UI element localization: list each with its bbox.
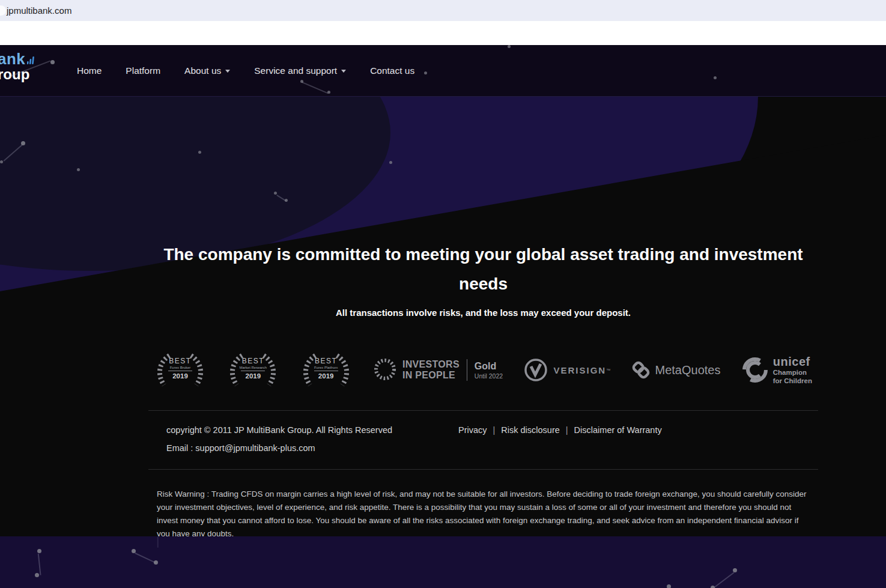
footer-links: Privacy | Risk disclosure | Disclaimer o…	[458, 425, 662, 453]
constellation-dot	[714, 76, 717, 79]
footer: copyright © 2011 JP MultiBank Group. All…	[148, 411, 818, 453]
main-nav: ank roup Home Platform About us Service …	[0, 45, 886, 96]
award-badge-market-research: BEST Market Research 2019	[227, 353, 279, 387]
nav-menu: Home Platform About us Service and suppo…	[77, 45, 414, 96]
disclaimer-link[interactable]: Disclaimer of Warranty	[574, 425, 662, 435]
logo-text-line2: roup	[0, 67, 35, 82]
nav-item-service-and-support[interactable]: Service and support	[254, 65, 346, 76]
support-email: Email : support@jpmultibank-plus.com	[166, 443, 458, 453]
constellation-line	[157, 537, 159, 548]
page-title: The company is committed to meeting your…	[148, 97, 818, 299]
constellation-line	[135, 553, 156, 563]
risk-warning-text: Risk Warning : Trading CFDS on margin ca…	[148, 470, 818, 536]
constellation-dot	[35, 573, 39, 577]
nav-item-platform[interactable]: Platform	[126, 65, 160, 76]
constellation-dot	[508, 45, 511, 48]
investors-in-people-badge: INVESTORS IN PEOPLE Gold Until 2022	[373, 357, 503, 383]
chevron-down-icon	[225, 70, 230, 73]
constellation-dot	[154, 560, 158, 565]
privacy-link[interactable]: Privacy	[458, 425, 487, 435]
nav-item-home[interactable]: Home	[77, 65, 102, 76]
constellation-dot	[667, 584, 671, 588]
signal-bars-icon	[27, 51, 35, 67]
constellation-dot	[50, 60, 55, 64]
browser-address-bar[interactable]: jpmultibank.com	[0, 0, 886, 21]
copyright-text: copyright © 2011 JP MultiBank Group. All…	[166, 425, 458, 435]
chevron-down-icon	[341, 70, 346, 73]
risk-disclosure-link[interactable]: Risk disclosure	[501, 425, 560, 435]
nav-item-contact-us[interactable]: Contact us	[370, 65, 414, 76]
badge-row: BEST Forex Broker 2019 BEST Market Resea…	[148, 351, 818, 389]
constellation-dot	[711, 586, 715, 588]
chain-links-icon	[631, 360, 651, 380]
constellation-dot	[327, 91, 330, 94]
hero-section: The company is committed to meeting your…	[0, 96, 886, 536]
award-badge-forex-broker: BEST Forex Broker 2019	[154, 353, 206, 387]
constellation-line	[714, 572, 735, 587]
risk-subtitle: All transactions involve risks, and the …	[148, 308, 818, 318]
verisign-check-icon	[524, 358, 548, 382]
constellation-dot	[424, 71, 427, 74]
top-white-band	[0, 21, 886, 45]
bottom-decorative-band	[0, 536, 886, 588]
unicef-globe-icon	[742, 357, 768, 383]
logo-text-line1: ank	[0, 50, 25, 68]
url-text: jpmultibank.com	[7, 5, 71, 16]
vertical-divider	[467, 359, 467, 381]
constellation-dot	[77, 168, 80, 171]
award-badge-forex-platform: BEST Forex Platfrom 2019	[300, 353, 352, 387]
nav-item-about-us[interactable]: About us	[184, 65, 230, 76]
constellation-line	[38, 554, 41, 575]
site-logo[interactable]: ank roup	[0, 51, 35, 82]
constellation-dot	[0, 160, 3, 163]
metaquotes-badge: MetaQuotes	[631, 360, 720, 380]
verisign-badge: VERISIGN™	[524, 358, 610, 382]
constellation-dot	[37, 549, 41, 553]
favicon-icon	[0, 5, 6, 16]
unicef-badge: unicef Champion for Children	[742, 356, 812, 385]
laurel-circle-icon	[373, 357, 397, 383]
